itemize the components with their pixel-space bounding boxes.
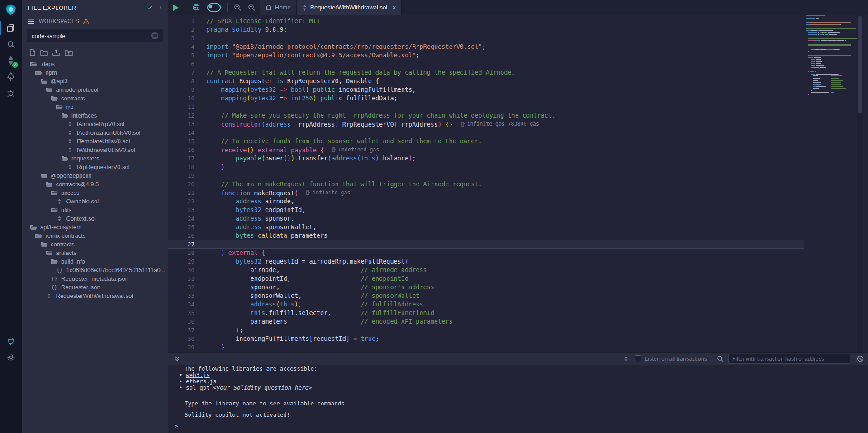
- line-number[interactable]: 16: [168, 146, 194, 154]
- tree-item-rrp[interactable]: rrp: [22, 103, 168, 111]
- tree-item-itemplateutilsv0-sol[interactable]: ITemplateUtilsV0.sol: [22, 137, 168, 146]
- tab-home[interactable]: Home: [260, 0, 297, 15]
- code-line-29[interactable]: 29 bytes32 requestId = airnodeRrp.makeFu…: [168, 257, 863, 266]
- code-line-23[interactable]: 23 bytes32 endpointId,: [168, 206, 863, 214]
- tree-item--api3[interactable]: @api3: [22, 77, 168, 85]
- collapse-terminal-icon[interactable]: [175, 356, 180, 362]
- code-line-33[interactable]: 33 sponsorWallet, // sponsorWallet: [168, 292, 863, 300]
- code-editor[interactable]: 1// SPDX-License-Identifier: MIT2pragma …: [168, 15, 863, 352]
- line-number[interactable]: 23: [168, 206, 194, 214]
- line-number[interactable]: 6: [168, 60, 194, 68]
- code-line-14[interactable]: 14: [168, 128, 863, 137]
- line-number[interactable]: 18: [168, 163, 194, 171]
- workspace-selector[interactable]: code-sample: [27, 29, 163, 42]
- line-number[interactable]: 32: [168, 283, 194, 292]
- listen-transactions-checkbox[interactable]: [635, 355, 641, 362]
- tree-item-iwithdrawalutilsv0-sol[interactable]: IWithdrawalUtilsV0.sol: [22, 146, 168, 154]
- code-line-22[interactable]: 22 address airnode,: [168, 197, 863, 206]
- line-number[interactable]: 3: [168, 34, 194, 42]
- line-number[interactable]: 14: [168, 128, 194, 137]
- tree-item-utils[interactable]: utils: [22, 206, 168, 214]
- line-number[interactable]: 22: [168, 197, 194, 206]
- line-number[interactable]: 39: [168, 343, 194, 352]
- code-line-21[interactable]: 21 function makeRequest(infinite gas: [168, 188, 863, 197]
- line-number[interactable]: 35: [168, 309, 194, 317]
- upload-folder-icon[interactable]: [65, 49, 73, 56]
- line-number[interactable]: 27: [168, 240, 194, 249]
- line-number[interactable]: 24: [168, 214, 194, 223]
- line-number[interactable]: 33: [168, 292, 194, 300]
- line-number[interactable]: 17: [168, 154, 194, 163]
- code-line-26[interactable]: 26 bytes calldata parameters: [168, 231, 863, 240]
- code-line-19[interactable]: 19: [168, 171, 863, 180]
- code-line-15[interactable]: 15 // To receive funds from the sponsor …: [168, 137, 863, 146]
- code-line-17[interactable]: 17 payable(owner()).transfer(address(thi…: [168, 154, 863, 163]
- terminal-prompt[interactable]: >: [175, 423, 178, 429]
- line-number[interactable]: 15: [168, 137, 194, 146]
- line-number[interactable]: 12: [168, 111, 194, 120]
- line-number[interactable]: 21: [168, 188, 194, 197]
- tree-item-rrprequesterv0-sol[interactable]: RrpRequesterV0.sol: [22, 163, 168, 171]
- tree-item-contracts[interactable]: contracts: [22, 240, 168, 249]
- code-line-5[interactable]: 5import "@openzeppelin/contracts@4.9.5/a…: [168, 51, 863, 60]
- search-rail-icon[interactable]: [0, 36, 22, 52]
- plugin-manager-rail-icon[interactable]: [0, 333, 22, 349]
- code-line-1[interactable]: 1// SPDX-License-Identifier: MIT: [168, 17, 863, 25]
- tree-item-iauthorizationutilsv0-sol[interactable]: IAuthorizationUtilsV0.sol: [22, 128, 168, 137]
- line-number[interactable]: 13: [168, 120, 194, 128]
- settings-rail-icon[interactable]: [0, 349, 22, 365]
- workspaces-menu-icon[interactable]: [28, 19, 34, 24]
- tree-item-requesters[interactable]: requesters: [22, 154, 168, 163]
- line-number[interactable]: 7: [168, 68, 194, 77]
- code-line-8[interactable]: 8contract Requester is RrpRequesterV0, O…: [168, 77, 863, 85]
- tree-item--deps[interactable]: .deps: [22, 60, 168, 68]
- tree-item-interfaces[interactable]: interfaces: [22, 111, 168, 120]
- code-line-6[interactable]: 6: [168, 60, 863, 68]
- code-line-4[interactable]: 4import "@api3/airnode-protocol/contract…: [168, 42, 863, 51]
- code-line-25[interactable]: 25 address sponsorWallet,: [168, 223, 863, 231]
- code-line-38[interactable]: 38 incomingFulfillments[requestId] = tru…: [168, 334, 863, 343]
- workspace-warning-icon[interactable]: [83, 19, 90, 24]
- file-explorer-rail-icon[interactable]: [0, 20, 22, 36]
- code-line-2[interactable]: 2pragma solidity 0.8.9;: [168, 25, 863, 34]
- tree-item-build-info[interactable]: build-info: [22, 257, 168, 266]
- copilot-toggle[interactable]: [207, 3, 221, 12]
- code-line-7[interactable]: 7// A Requester that will return the req…: [168, 68, 863, 77]
- code-line-18[interactable]: 18 }: [168, 163, 863, 171]
- run-script-button[interactable]: [173, 4, 179, 11]
- new-folder-icon[interactable]: [40, 49, 48, 56]
- code-line-39[interactable]: 39 }: [168, 343, 863, 352]
- tree-item-contracts-4-9-5[interactable]: contracts@4.9.5: [22, 180, 168, 188]
- workspace-options-icon[interactable]: [151, 32, 158, 39]
- code-line-30[interactable]: 30 airnode, // airnode address: [168, 266, 863, 274]
- tree-item--openzeppelin[interactable]: @openzeppelin: [22, 171, 168, 180]
- code-line-13[interactable]: 13 constructor(address _rrpAddress) RrpR…: [168, 120, 863, 128]
- tree-item-requester-metadata-json[interactable]: {}Requester_metadata.json: [22, 274, 168, 283]
- line-number[interactable]: 4: [168, 42, 194, 51]
- transaction-filter-input[interactable]: [728, 354, 850, 364]
- tree-item-api3-ecosystem[interactable]: api3-ecosystem: [22, 223, 168, 231]
- terminal-link[interactable]: web3.js: [186, 372, 210, 378]
- code-line-3[interactable]: 3: [168, 34, 863, 42]
- tree-item-airnode-protocol[interactable]: airnode-protocol: [22, 85, 168, 94]
- line-number[interactable]: 20: [168, 180, 194, 188]
- tab-close-icon[interactable]: ×: [392, 4, 396, 11]
- tree-item-context-sol[interactable]: Context.sol: [22, 214, 168, 223]
- line-number[interactable]: 29: [168, 257, 194, 266]
- tree-item-requesterwithwithdrawal-sol[interactable]: RequesterWithWithdrawal.sol: [22, 292, 168, 300]
- tree-item-npm[interactable]: npm: [22, 68, 168, 77]
- tree-item-artifacts[interactable]: artifacts: [22, 249, 168, 257]
- line-number[interactable]: 37: [168, 326, 194, 334]
- new-file-icon[interactable]: [29, 49, 36, 56]
- panel-check-icon[interactable]: ✓: [147, 4, 153, 11]
- tree-item-iairnoderrpv0-sol[interactable]: IAirnodeRrpV0.sol: [22, 120, 168, 128]
- code-line-12[interactable]: 12 // Make sure you specify the right _r…: [168, 111, 863, 120]
- tree-item-contracts[interactable]: contracts: [22, 94, 168, 103]
- code-line-36[interactable]: 36 parameters // encoded API parameters: [168, 317, 863, 326]
- line-number[interactable]: 19: [168, 171, 194, 180]
- tree-item-remix-contracts[interactable]: remix-contracts: [22, 231, 168, 240]
- clear-console-icon[interactable]: [857, 355, 863, 362]
- code-line-9[interactable]: 9 mapping(bytes32 => bool) public incomi…: [168, 85, 863, 94]
- deploy-run-rail-icon[interactable]: [0, 69, 22, 85]
- line-number[interactable]: 11: [168, 103, 194, 111]
